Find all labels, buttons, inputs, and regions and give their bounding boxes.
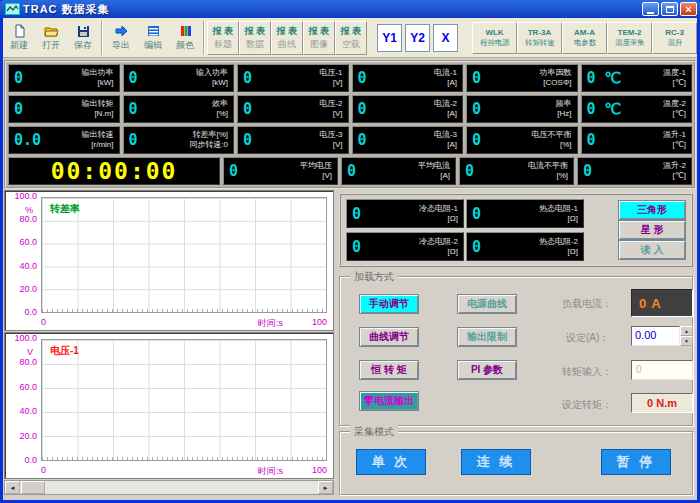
meter-unit: [V] [333,78,343,87]
instrument-button[interactable]: AM-A 电参数 [562,22,607,54]
meter-unit: [V] [322,171,332,180]
save-button[interactable]: 保存 [67,20,99,56]
meter-value: 0 [587,131,596,149]
meter-unit: 同步转速:0 [189,140,228,149]
edit-button[interactable]: 编辑 [137,20,169,56]
meter-value: 0 [352,238,361,256]
x-axis-max: 100 [312,317,327,327]
meter-label: 电压-1 [319,68,342,77]
open-button[interactable]: 打开 [35,20,67,56]
manual-adjust-button[interactable]: 手动调节 [359,294,419,314]
minimize-button[interactable] [642,2,659,16]
close-button[interactable]: × [680,2,697,16]
colors-button-label: 颜色 [176,39,194,52]
y-axis-unit: V [5,347,33,357]
instrument-button[interactable]: TEM-2 温度采集 [607,22,652,54]
edit-list-icon [146,24,161,38]
set-torque-display: 0 N.m [631,393,693,413]
report-button[interactable]: 报 表 图像 [303,21,335,55]
scrollbar-track[interactable] [45,481,318,494]
report-button[interactable]: 报 表 空载 [335,21,367,55]
x-axis-labels: 0 时间:s 100 [41,317,327,328]
instrument-name-label: 温升 [667,37,682,47]
star-mode-button[interactable]: 星 形 [618,220,686,240]
report-button[interactable]: 报 表 数据 [239,21,271,55]
meter-value: 0 ℃ [587,69,622,87]
constant-torque-button[interactable]: 恒 转 矩 [359,360,419,380]
new-button[interactable]: 新建 [3,20,35,56]
meter-unit: [%] [560,140,572,149]
meter-cell: 0 频率 [Hz] [466,95,578,123]
meter-label: 温升-1 [663,130,686,139]
continuous-acquire-button[interactable]: 连 续 [461,449,531,475]
axis-button-group: Y1Y2X [377,24,458,52]
delta-mode-button[interactable]: 三角形 [618,200,686,220]
meter-unit: [kW] [212,78,228,87]
chart-scrollbar[interactable]: ◄ ► [4,480,334,495]
report-button-bottom-label: 数据 [246,38,264,51]
torque-input-field[interactable]: 0 [631,360,693,380]
report-button-group: 报 表 标题 报 表 数据 报 表 曲线 报 表 图像 报 表 空载 [207,21,367,55]
instrument-button[interactable]: TR-3A 转矩转速 [517,22,562,54]
meter-cell: 0.0 输出转速 [r/min] [8,126,120,154]
edit-button-label: 编辑 [144,39,162,52]
set-current-input[interactable]: 0.00 [631,326,680,346]
meter-cell: 0 平均电流 [A] [341,157,456,185]
x-axis-min: 0 [41,317,46,327]
single-acquire-button[interactable]: 单 次 [356,449,426,475]
meter-value: 0 ℃ [587,100,622,118]
meter-value: 0 [465,162,474,180]
open-folder-icon [44,24,59,38]
curve-adjust-button[interactable]: 曲线调节 [359,327,419,347]
instrument-button[interactable]: WLK 程控电源 [472,22,517,54]
instrument-button[interactable]: RC-3 温升 [652,22,697,54]
axis-button[interactable]: Y1 [377,24,402,52]
report-button-bottom-label: 标题 [214,38,232,51]
load-current-label: 负载电流： [562,297,612,311]
instrument-model-label: WLK [485,28,503,37]
colors-button[interactable]: 颜色 [169,20,201,56]
output-limit-button[interactable]: 输出限制 [457,327,517,347]
meter-label: 功率因数 [540,68,572,77]
report-button-top-label: 报 表 [309,25,330,38]
title-bar[interactable]: TRAC 数据采集 × [0,0,700,18]
power-curve-button[interactable]: 电源曲线 [457,294,517,314]
meter-cell: 0 输出转矩 [N.m] [8,95,120,123]
axis-button[interactable]: X [433,24,458,52]
axis-button[interactable]: Y2 [405,24,430,52]
meter-label: 平均电压 [300,161,332,170]
meter-unit: [A] [440,171,450,180]
acquisition-mode-title: 采集模式 [350,425,398,439]
pi-params-button[interactable]: PI 参数 [457,360,517,380]
meter-unit: [%] [556,171,568,180]
plot-area: 电压-1 [41,339,327,461]
report-button[interactable]: 报 表 曲线 [271,21,303,55]
spin-down-button[interactable]: ▼ [680,336,693,346]
zero-current-output-button[interactable]: 零电流输出 [359,391,419,411]
y-axis-tick-label: 40.0 [5,407,37,416]
instrument-name-label: 电参数 [573,37,595,47]
elapsed-time-value: 00:00:00 [51,158,178,184]
scrollbar-left-icon: ◄ [10,485,16,491]
toolbar: 新建 打开 保存 导出 编辑 颜色 [3,18,697,58]
meter-unit: [N.m] [94,109,113,118]
scrollbar-right-button[interactable]: ► [318,481,333,494]
scrollbar-right-icon: ► [323,485,329,491]
export-arrow-icon [114,24,129,38]
meter-value: 0 [14,69,23,87]
meter-label: 热态电阻-1 [539,204,578,213]
spin-up-button[interactable]: ▲ [680,326,693,336]
meter-label: 电流-1 [434,68,457,77]
read-in-button[interactable]: 读 入 [618,240,686,260]
report-button[interactable]: 报 表 标题 [207,21,239,55]
pause-button[interactable]: 暂 停 [601,449,671,475]
meter-label: 频率 [556,99,572,108]
maximize-button[interactable] [661,2,678,16]
export-button[interactable]: 导出 [105,20,137,56]
meter-value: 0 [347,162,356,180]
maximize-icon [666,6,674,13]
scrollbar-thumb[interactable] [21,481,45,494]
scrollbar-left-button[interactable]: ◄ [5,481,20,494]
instrument-name-label: 转矩转速 [525,37,554,47]
meter-cell: 0 冷态电阻-1 [Ω] [346,199,464,228]
